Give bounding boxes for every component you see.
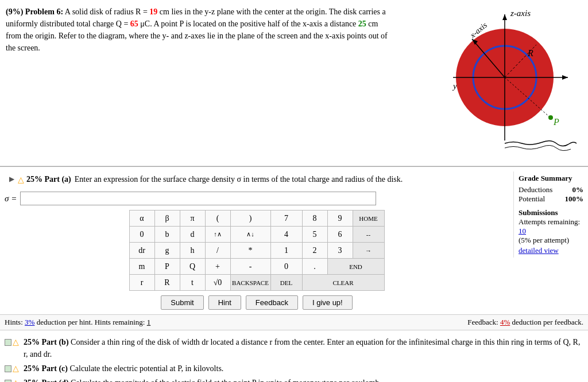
key-clear[interactable]: CLEAR xyxy=(302,275,384,291)
play-icon: ▶ xyxy=(9,175,14,184)
key-Q[interactable]: Q xyxy=(180,259,205,275)
key-2[interactable]: 2 xyxy=(302,243,327,259)
key-superscript[interactable]: ↑∧ xyxy=(205,227,230,243)
key-sqrt[interactable]: √0 xyxy=(205,275,230,291)
keypad-row: α β π ( ) 7 8 9 HOME xyxy=(129,211,384,227)
svg-text:R: R xyxy=(527,48,533,58)
key-end[interactable]: END xyxy=(327,259,384,275)
key-P[interactable]: P xyxy=(154,259,180,275)
key-home[interactable]: HOME xyxy=(353,211,384,227)
potential-value: 100% xyxy=(565,194,584,204)
part-c-text: Calculate the electric potential at P, i… xyxy=(69,364,223,373)
key-pi[interactable]: π xyxy=(180,211,205,227)
deductions-row: Deductions 0% xyxy=(519,185,583,194)
key-h[interactable]: h xyxy=(180,243,205,259)
part-d-icons: △ xyxy=(5,377,20,382)
key-dash-dash[interactable]: -- xyxy=(353,227,384,243)
key-r[interactable]: r xyxy=(129,275,154,291)
deductions-label: Deductions xyxy=(519,185,552,194)
key-backspace[interactable]: BACKSPACE xyxy=(230,275,270,291)
potential-row: Potential 100% xyxy=(519,194,583,204)
key-8[interactable]: 8 xyxy=(302,211,327,227)
part-c-label: 25% Part (c) xyxy=(24,364,68,373)
key-lparen[interactable]: ( xyxy=(205,211,230,227)
problem-desc1: A solid disk of radius R = xyxy=(65,7,150,16)
action-buttons: Submit Hint Feedback I give up! xyxy=(5,295,509,310)
key-dr[interactable]: dr xyxy=(129,243,154,259)
warning-icon: △ xyxy=(18,175,24,185)
part-a-section: ▶ △ 25% Part (a) Enter an expression for… xyxy=(0,166,588,330)
key-0b[interactable]: 0 xyxy=(270,259,302,275)
part-a-content: ▶ △ 25% Part (a) Enter an expression for… xyxy=(0,171,588,314)
key-del[interactable]: DEL xyxy=(270,275,302,291)
grade-summary-panel: Grade Summary Deductions 0% Potential 10… xyxy=(513,171,588,258)
part-b-icons: △ xyxy=(5,336,20,348)
keypad-row: r R t √0 BACKSPACE DEL CLEAR xyxy=(129,275,384,291)
Q-value: 65 xyxy=(130,20,138,28)
key-m[interactable]: m xyxy=(129,259,154,275)
problem-header: (9%) Problem 6: xyxy=(6,7,63,16)
attempts-label: Attempts remaining: xyxy=(519,217,580,226)
grade-submissions: Submissions Attempts remaining: 10 (5% p… xyxy=(519,208,583,255)
deductions-value: 0% xyxy=(572,185,584,194)
key-arrow-right[interactable]: → xyxy=(353,243,384,259)
svg-marker-6 xyxy=(502,14,507,20)
key-b[interactable]: b xyxy=(154,227,180,243)
key-7[interactable]: 7 xyxy=(270,211,302,227)
key-t[interactable]: t xyxy=(180,275,205,291)
grade-summary-title: Grade Summary xyxy=(519,174,583,183)
key-5[interactable]: 5 xyxy=(302,227,327,243)
key-g[interactable]: g xyxy=(154,243,180,259)
part-c-checkbox xyxy=(5,365,11,372)
key-4[interactable]: 4 xyxy=(270,227,302,243)
svg-text:P: P xyxy=(553,117,559,127)
key-d[interactable]: d xyxy=(180,227,205,243)
feedback-percent-link[interactable]: 4% xyxy=(500,318,510,326)
part-b-label: 25% Part (b) xyxy=(24,338,69,346)
key-dot[interactable]: . xyxy=(302,259,327,275)
part-b-warning-icon: △ xyxy=(13,336,19,348)
problem-desc3: μC. A point P is located on the positive… xyxy=(138,20,358,28)
problem-diagram: z-axis y-axis x-axis xyxy=(399,6,582,158)
key-plus[interactable]: + xyxy=(205,259,230,275)
hints-prefix: Hints: xyxy=(5,318,25,326)
key-subscript[interactable]: ∧↓ xyxy=(230,227,270,243)
key-6[interactable]: 6 xyxy=(327,227,353,243)
key-3[interactable]: 3 xyxy=(327,243,353,259)
part-a-label: 25% Part (a) xyxy=(26,175,71,184)
hints-percent-link[interactable]: 3% xyxy=(25,318,34,326)
part-d-label: 25% Part (d) xyxy=(24,379,69,382)
part-b-row: △ 25% Part (b) Consider a thin ring of t… xyxy=(5,336,583,360)
keypad-table: α β π ( ) 7 8 9 HOME 0 b xyxy=(129,210,385,291)
problem-text: (9%) Problem 6: A solid disk of radius R… xyxy=(6,6,399,160)
feedback-button[interactable]: Feedback xyxy=(246,295,298,310)
sigma-input-row: σ = xyxy=(5,192,509,205)
svg-point-13 xyxy=(548,115,553,120)
per-attempt-text: (5% per attempt) xyxy=(519,236,583,245)
key-0a[interactable]: 0 xyxy=(129,227,154,243)
sigma-input[interactable] xyxy=(20,192,376,205)
hints-middle: deduction per hint. Hints remaining: xyxy=(34,318,146,326)
key-slash[interactable]: / xyxy=(205,243,230,259)
submit-button[interactable]: Submit xyxy=(161,295,203,310)
attempts-link[interactable]: 10 xyxy=(519,227,526,235)
part-d-warning-icon: △ xyxy=(13,377,19,382)
key-rparen[interactable]: ) xyxy=(230,211,270,227)
key-asterisk[interactable]: * xyxy=(230,243,270,259)
key-1[interactable]: 1 xyxy=(270,243,302,259)
feedback-suffix: deduction per feedback. xyxy=(510,318,583,326)
key-minus[interactable]: - xyxy=(230,259,270,275)
key-R[interactable]: R xyxy=(154,275,180,291)
hint-button[interactable]: Hint xyxy=(208,295,241,310)
detailed-view-link[interactable]: detailed view xyxy=(519,246,583,255)
hints-left: Hints: 3% deduction per hint. Hints rema… xyxy=(5,318,150,327)
give-up-button[interactable]: I give up! xyxy=(303,295,353,310)
key-alpha[interactable]: α xyxy=(129,211,154,227)
key-beta[interactable]: β xyxy=(154,211,180,227)
feedback-prefix: Feedback: xyxy=(467,318,500,326)
dist-value: 25 xyxy=(358,20,366,28)
sigma-label: σ = xyxy=(5,194,17,204)
diagram-area: z-axis y-axis x-axis xyxy=(399,6,582,160)
other-parts: △ 25% Part (b) Consider a thin ring of t… xyxy=(0,330,588,382)
key-9[interactable]: 9 xyxy=(327,211,353,227)
